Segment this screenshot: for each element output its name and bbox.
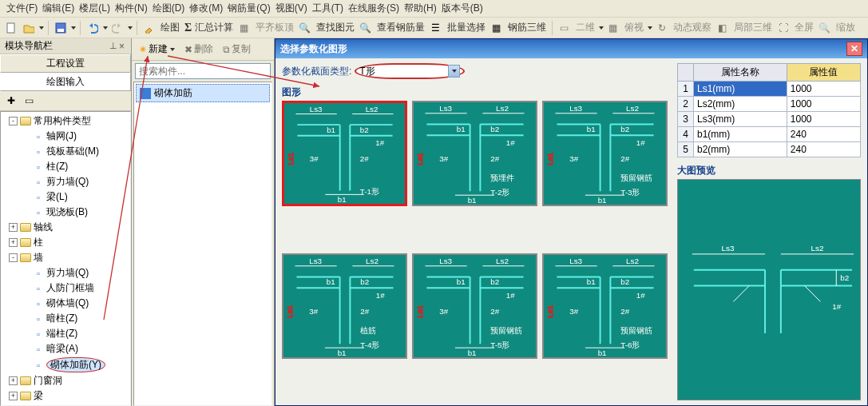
tree-node[interactable]: -墙 (2, 250, 129, 265)
tree-node[interactable]: ▫砌体加筋(Y) (2, 356, 129, 373)
rebar3d-icon[interactable]: ▦ (489, 20, 505, 36)
tree-node[interactable]: ▫剪力墙(Q) (2, 265, 129, 281)
tree-node[interactable]: ▫剪力墙(Q) (2, 174, 129, 189)
chevron-down-icon[interactable] (103, 26, 108, 30)
menu-edit[interactable]: 编辑(E) (41, 1, 76, 16)
menu-view[interactable]: 视图(V) (274, 1, 309, 16)
table-row[interactable]: 5b2(mm)240 (678, 142, 861, 157)
shape-thumb[interactable]: Ls3 Ls2 b2b1 1#2#3# b1 预埋件 T-2形 Ls1 (412, 101, 537, 206)
tree-toggle[interactable]: + (9, 392, 18, 400)
tree-toggle[interactable]: - (9, 117, 18, 125)
chevron-down-icon[interactable] (128, 26, 133, 30)
shape-thumb[interactable]: Ls3 Ls2 b2b1 1#2#3# b1 T-1形 Ls1 (282, 101, 407, 206)
tab-project-settings[interactable]: 工程设置 (0, 54, 131, 73)
anim-icon[interactable]: ↻ (654, 20, 670, 36)
tree-node[interactable]: ▫梁(L) (2, 189, 129, 205)
flatten-icon[interactable]: ▦ (236, 20, 252, 36)
find-elem-icon[interactable]: 🔍 (297, 20, 313, 36)
zoom-icon[interactable]: 🔍 (817, 20, 833, 36)
tab-draw-input[interactable]: 绘图输入 (0, 73, 131, 91)
tree-node[interactable]: ▫轴网(J) (2, 129, 129, 144)
anim-button[interactable]: 动态观察 (672, 21, 713, 34)
chevron-down-icon[interactable] (448, 65, 460, 78)
redo-icon[interactable] (109, 20, 125, 36)
chevron-down-icon[interactable] (39, 26, 44, 30)
new-button[interactable]: ✷ 新建 (135, 41, 179, 58)
chevron-down-icon[interactable] (599, 26, 604, 30)
tree-node[interactable]: ▫暗梁(A) (2, 341, 129, 356)
tree-node[interactable]: +梁 (2, 388, 129, 404)
menu-file[interactable]: 文件(F) (5, 1, 39, 16)
open-file-icon[interactable] (21, 20, 37, 36)
delete-button[interactable]: ✖删除 (180, 41, 217, 58)
table-row[interactable]: 3Ls3(mm)1000 (678, 112, 861, 127)
close-icon[interactable]: ✕ (846, 42, 862, 56)
tree-node[interactable]: ▫柱(Z) (2, 159, 129, 174)
table-row[interactable]: 2Ls2(mm)1000 (678, 97, 861, 112)
copy-button[interactable]: ⧉复制 (219, 41, 255, 58)
find-elem-button[interactable]: 查找图元 (315, 21, 356, 34)
tree-node[interactable]: ▫筏板基础(M) (2, 144, 129, 159)
menu-version[interactable]: 版本号(B) (440, 1, 485, 16)
find-rebar-button[interactable]: 查看钢筋量 (375, 21, 426, 34)
topview-icon[interactable]: ▦ (605, 20, 621, 36)
shape-thumb[interactable]: Ls3 Ls2 b2b1 1#2#3# b1 预留钢筋 T-6形 Ls1 (542, 253, 668, 359)
menu-tool[interactable]: 工具(T) (311, 1, 345, 16)
tree-node[interactable]: ▫暗柱(Z) (2, 311, 129, 326)
menu-draw[interactable]: 绘图(D) (151, 1, 187, 16)
component-list[interactable]: 砌体加筋 (133, 82, 272, 406)
menu-component[interactable]: 构件(N) (113, 1, 149, 16)
flatten-button[interactable]: 平齐板顶 (254, 21, 295, 34)
property-table[interactable]: 属性名称 属性值 1Ls1(mm)10002Ls2(mm)10003Ls3(mm… (677, 63, 861, 157)
brush-icon[interactable] (141, 20, 157, 36)
save-icon[interactable] (53, 20, 69, 36)
view2d-button[interactable]: 二维 (574, 21, 597, 34)
chevron-down-icon[interactable] (71, 26, 76, 30)
shape-thumb[interactable]: Ls3 Ls2 b2b1 1#2#3# b1 预留钢筋 T-3形 Ls1 (542, 101, 668, 206)
list-item[interactable]: 砌体加筋 (136, 84, 270, 102)
search-input[interactable] (135, 63, 271, 79)
tree-node[interactable]: ▫现浇板(B) (2, 205, 129, 220)
menu-floor[interactable]: 楼层(L) (77, 1, 112, 16)
tree-node[interactable]: -常用构件类型 (2, 113, 129, 129)
zoom-button[interactable]: 缩放 (834, 21, 857, 34)
tree-toggle[interactable]: + (9, 376, 18, 385)
table-row[interactable]: 4b1(mm)240 (678, 127, 861, 142)
close-icon[interactable]: × (117, 41, 126, 52)
section-type-select[interactable]: T形 (355, 63, 465, 79)
table-row[interactable]: 1Ls1(mm)1000 (678, 82, 861, 97)
draw-button[interactable]: 绘图 (159, 21, 181, 34)
collapse-icon[interactable]: ▭ (21, 93, 37, 109)
menu-help[interactable]: 帮助(H) (402, 1, 438, 16)
tree-toggle[interactable]: - (9, 253, 18, 262)
chevron-down-icon[interactable] (648, 26, 652, 30)
batch-icon[interactable]: ☰ (428, 20, 444, 36)
new-file-icon[interactable] (3, 20, 19, 36)
tree-toggle[interactable]: + (9, 223, 18, 232)
pin-icon[interactable]: ⊥ (109, 41, 117, 51)
shape-thumb[interactable]: Ls3 Ls2 b2b1 1#2#3# b1 植筋 T-4形 Ls1 (282, 253, 407, 359)
tree-node[interactable]: ▫砌体墙(Q) (2, 296, 129, 311)
topview-button[interactable]: 俯视 (623, 21, 645, 34)
view2d-icon[interactable]: ▭ (557, 20, 573, 36)
fullscreen-button[interactable]: 全屏 (793, 21, 815, 34)
tree-node[interactable]: +轴线 (2, 220, 129, 235)
batch-button[interactable]: 批量选择 (446, 21, 487, 34)
tree-node[interactable]: ▫人防门框墙 (2, 281, 129, 296)
menu-modify[interactable]: 修改(M) (188, 1, 224, 16)
menu-rebar[interactable]: 钢筋量(Q) (226, 1, 271, 16)
fullscreen-icon[interactable]: ⛶ (775, 20, 791, 36)
tree-node[interactable]: +门窗洞 (2, 373, 129, 388)
tree-toggle[interactable]: + (9, 238, 18, 247)
find-rebar-icon[interactable]: 🔍 (358, 20, 374, 36)
rebar3d-button[interactable]: 钢筋三维 (506, 21, 548, 34)
undo-icon[interactable] (85, 20, 101, 36)
tree-node[interactable]: +柱 (2, 235, 129, 250)
part3d-icon[interactable]: ◧ (715, 20, 731, 36)
part3d-button[interactable]: 局部三维 (732, 21, 774, 34)
component-tree[interactable]: -常用构件类型▫轴网(J)▫筏板基础(M)▫柱(Z)▫剪力墙(Q)▫梁(L)▫现… (0, 111, 131, 406)
tree-node[interactable]: ▫端柱(Z) (2, 326, 129, 341)
sum-button[interactable]: Σ 汇总计算 (183, 21, 235, 34)
expand-icon[interactable]: ✚ (3, 93, 19, 109)
shape-thumb[interactable]: Ls3 Ls2 b2b1 1#2#3# b1 预留钢筋 T-5形 Ls1 (412, 253, 537, 359)
